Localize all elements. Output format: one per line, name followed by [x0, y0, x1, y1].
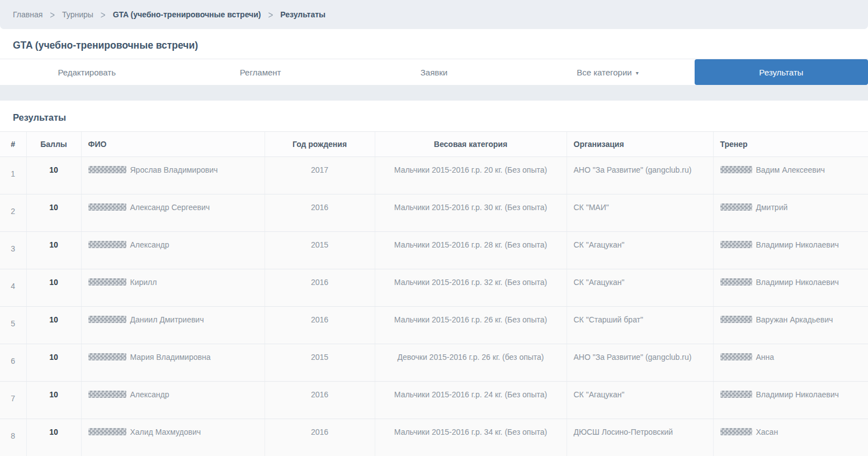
cell-birth-year: 2016 — [265, 307, 375, 344]
cell-weight-category: Мальчики 2015-2016 г.р. 24 кг. (Без опыт… — [375, 382, 567, 419]
breadcrumb: Главная > Турниры > GTA (учебно-трениров… — [0, 0, 868, 29]
athlete-name: Халид Махмудович — [130, 428, 201, 436]
section-divider — [0, 85, 868, 101]
section-title: Результаты — [0, 101, 868, 131]
cell-weight-category: Девочки 2015-2016 г.р. 26 кг. (без опыта… — [375, 344, 567, 382]
cell-weight-category: Мальчики 2015-2016 г.р. 20 кг. (Без опыт… — [375, 157, 567, 194]
redacted-surname-block — [720, 278, 752, 286]
cell-points: 10 — [26, 419, 81, 456]
athlete-name: Александр — [130, 390, 169, 399]
tab-regulations-label: Регламент — [240, 68, 281, 77]
cell-row-number: 2 — [0, 194, 26, 232]
coach-name: Варужан Аркадьевич — [756, 315, 833, 324]
cell-weight-category: Мальчики 2015-2016 г.р. 32 кг. (Без опыт… — [375, 269, 567, 307]
cell-weight-category: Мальчики 2015-2016 г.р. 26 кг. (Без опыт… — [375, 307, 567, 344]
breadcrumb-item-home[interactable]: Главная — [13, 10, 43, 19]
table-row: 5 10 Даниил Дмитриевич 2016 Мальчики 201… — [0, 307, 868, 344]
breadcrumb-item-tournaments[interactable]: Турниры — [62, 10, 93, 19]
cell-fio: Кирилл — [81, 269, 265, 307]
cell-coach: Владимир Николаевич — [713, 382, 868, 419]
redacted-surname-block — [88, 353, 126, 360]
cell-row-number: 4 — [0, 269, 26, 307]
breadcrumb-item-tournament-name[interactable]: GTA (учебно-тренировочные встречи) — [113, 10, 261, 19]
redacted-surname-block — [88, 428, 126, 435]
cell-fio: Александр — [81, 382, 265, 419]
tab-edit[interactable]: Редактировать — [0, 59, 173, 85]
athlete-name: Ярослав Владимирович — [130, 165, 218, 174]
cell-coach: Дмитрий — [713, 194, 868, 232]
cell-weight-category: Мальчики 2015-2016 г.р. 34 кг. (Без опыт… — [375, 419, 567, 456]
cell-row-number: 8 — [0, 419, 26, 456]
col-header-organization: Организация — [567, 132, 713, 157]
table-row: 2 10 Александр Сергеевич 2016 Мальчики 2… — [0, 194, 868, 232]
cell-points: 10 — [26, 307, 81, 344]
cell-birth-year: 2015 — [265, 344, 375, 382]
coach-name: Анна — [756, 353, 775, 362]
col-header-coach: Тренер — [713, 132, 868, 157]
athlete-name: Мария Владимировна — [130, 353, 211, 362]
results-table: # Баллы ФИО Год рождения Весовая категор… — [0, 131, 868, 456]
cell-organization: СК "МАИ" — [567, 194, 713, 232]
table-row: 6 10 Мария Владимировна 2015 Девочки 201… — [0, 344, 868, 382]
tab-results[interactable]: Результаты — [695, 59, 868, 85]
coach-name: Вадим Алексеевич — [756, 165, 825, 174]
coach-name: Владимир Николаевич — [756, 240, 839, 249]
athlete-name: Александр Сергеевич — [130, 203, 210, 212]
cell-birth-year: 2016 — [265, 419, 375, 456]
col-header-birth-year: Год рождения — [265, 132, 375, 157]
cell-birth-year: 2016 — [265, 269, 375, 307]
cell-points: 10 — [26, 344, 81, 382]
redacted-surname-block — [720, 203, 752, 211]
col-header-points: Баллы — [26, 132, 81, 157]
cell-points: 10 — [26, 232, 81, 269]
cell-organization: АНО "За Развитие" (gangclub.ru) — [567, 344, 713, 382]
redacted-surname-block — [720, 391, 752, 398]
cell-row-number: 3 — [0, 232, 26, 269]
coach-name: Владимир Николаевич — [756, 390, 839, 399]
results-table-body: 1 10 Ярослав Владимирович 2017 Мальчики … — [0, 157, 868, 456]
cell-fio: Халид Махмудович — [81, 419, 265, 456]
cell-weight-category: Мальчики 2015-2016 г.р. 30 кг. (Без опыт… — [375, 194, 567, 232]
redacted-surname-block — [88, 391, 126, 398]
cell-organization: СК "Агацукан" — [567, 269, 713, 307]
cell-points: 10 — [26, 157, 81, 194]
coach-name: Дмитрий — [756, 203, 788, 212]
cell-row-number: 5 — [0, 307, 26, 344]
tab-bar: Редактировать Регламент Заявки Все катег… — [0, 59, 868, 85]
tab-applications-label: Заявки — [421, 68, 447, 77]
cell-fio: Ярослав Владимирович — [81, 157, 265, 194]
tab-all-categories[interactable]: Все категории ▾ — [521, 59, 694, 85]
athlete-name: Даниил Дмитриевич — [130, 315, 204, 324]
table-row: 3 10 Александр 2015 Мальчики 2015-2016 г… — [0, 232, 868, 269]
cell-points: 10 — [26, 194, 81, 232]
cell-coach: Хасан — [713, 419, 868, 456]
coach-name: Хасан — [756, 428, 779, 436]
cell-birth-year: 2017 — [265, 157, 375, 194]
cell-fio: Александр Сергеевич — [81, 194, 265, 232]
redacted-surname-block — [720, 316, 752, 323]
redacted-surname-block — [88, 316, 126, 323]
cell-points: 10 — [26, 382, 81, 419]
cell-row-number: 7 — [0, 382, 26, 419]
dropdown-caret-icon: ▾ — [636, 70, 639, 76]
redacted-surname-block — [88, 241, 126, 248]
table-row: 8 10 Халид Махмудович 2016 Мальчики 2015… — [0, 419, 868, 456]
cell-row-number: 1 — [0, 157, 26, 194]
cell-fio: Даниил Дмитриевич — [81, 307, 265, 344]
tab-regulations[interactable]: Регламент — [173, 59, 347, 85]
col-header-fio: ФИО — [81, 132, 265, 157]
cell-birth-year: 2016 — [265, 382, 375, 419]
redacted-surname-block — [88, 203, 126, 211]
col-header-num: # — [0, 132, 26, 157]
redacted-surname-block — [720, 241, 752, 248]
page-title: GTA (учебно-тренировочные встречи) — [13, 40, 198, 51]
cell-birth-year: 2015 — [265, 232, 375, 269]
table-row: 4 10 Кирилл 2016 Мальчики 2015-2016 г.р.… — [0, 269, 868, 307]
cell-coach: Владимир Николаевич — [713, 232, 868, 269]
results-table-head: # Баллы ФИО Год рождения Весовая категор… — [0, 132, 868, 157]
cell-coach: Анна — [713, 344, 868, 382]
cell-fio: Мария Владимировна — [81, 344, 265, 382]
cell-coach: Владимир Николаевич — [713, 269, 868, 307]
cell-organization: СК "Старший брат" — [567, 307, 713, 344]
tab-applications[interactable]: Заявки — [347, 59, 521, 85]
